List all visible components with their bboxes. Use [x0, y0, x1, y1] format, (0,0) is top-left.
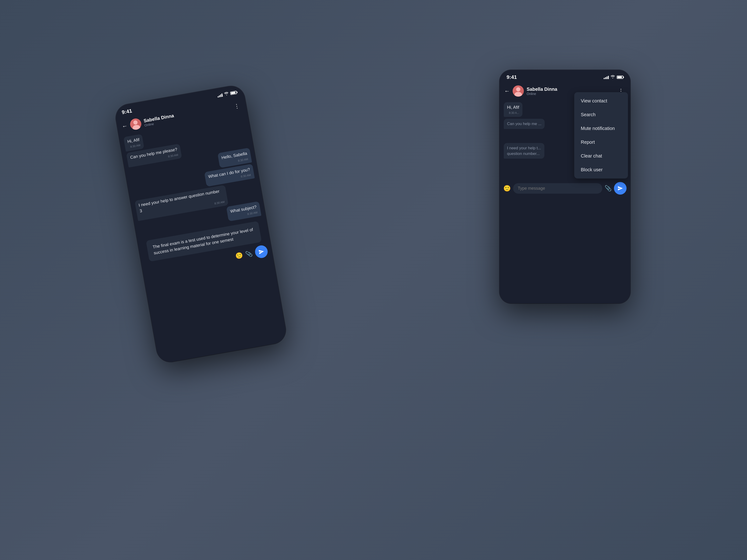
message-bubble-received: Hi, Afif 8:30 AM	[123, 134, 144, 152]
message-time: 8:30 AM	[240, 173, 251, 178]
search-label: Search	[581, 112, 595, 117]
block-user-label: Block user	[581, 167, 602, 172]
phone1-send-button[interactable]	[254, 244, 269, 259]
context-menu-clear-chat[interactable]: Clear chat	[574, 149, 628, 163]
phone1-wifi-icon	[224, 92, 229, 97]
phone2-wrapper: 9:41 ←	[499, 70, 630, 303]
clear-chat-label: Clear chat	[581, 153, 602, 159]
phone2-send-button[interactable]	[614, 182, 626, 195]
phone2-emoji-button[interactable]: 🙂	[503, 185, 511, 192]
phone1-time: 9:41	[121, 108, 133, 115]
phone1-back-button[interactable]: ←	[121, 122, 128, 130]
phone1-avatar	[129, 117, 143, 131]
message-text: I need your help t...question number...	[507, 145, 541, 157]
send-icon	[617, 186, 623, 191]
message-time: 8:30 AM	[168, 153, 179, 158]
phone1-status-icons	[217, 90, 237, 98]
view-contact-label: View contact	[581, 98, 607, 104]
report-label: Report	[581, 139, 595, 145]
phone1-wrapper: 9:41 ←	[114, 84, 288, 364]
phone2-status-icons	[604, 75, 623, 79]
message-time: 8:30 AM	[214, 200, 225, 205]
message-text: Hi, Afif	[507, 105, 519, 110]
phone2-input-area: 🙂 📎	[499, 179, 630, 198]
phone1: 9:41 ←	[114, 84, 288, 364]
message-time: 8:30 AM	[247, 211, 258, 216]
phone2-attach-button[interactable]: 📎	[604, 185, 612, 192]
context-menu-block-user[interactable]: Block user	[574, 163, 628, 177]
phone2: 9:41 ←	[499, 70, 630, 303]
message-text: Hi, Afif	[127, 137, 140, 145]
message-text: Can you help me ...	[507, 121, 541, 127]
phone2-time: 9:41	[507, 74, 517, 80]
message-time: 8:30 AM	[238, 157, 248, 162]
scene: 9:41 ←	[93, 47, 654, 513]
phone2-status-bar: 9:41	[499, 70, 630, 83]
phone2-battery-icon	[617, 76, 623, 79]
phone2-message-input[interactable]	[513, 183, 602, 194]
phone1-attach-button[interactable]: 📎	[245, 250, 253, 258]
phone2-contact-name: Sabella Dinna	[526, 86, 614, 92]
message-time: 8:30 A...	[509, 111, 519, 114]
context-menu-view-contact[interactable]: View contact	[574, 94, 628, 108]
phone1-signal-icon	[217, 93, 223, 98]
context-menu: View contact Search Mute notification Re…	[574, 92, 628, 179]
phone1-battery-icon	[230, 91, 237, 95]
phone2-avatar	[513, 85, 524, 97]
context-menu-search[interactable]: Search	[574, 108, 628, 122]
message-time: 8:30 AM	[130, 143, 141, 149]
send-icon	[258, 248, 265, 255]
phone2-signal-icon	[604, 75, 609, 79]
phone2-wifi-icon	[611, 75, 615, 79]
mute-notification-label: Mute notification	[581, 126, 615, 131]
context-menu-mute-notification[interactable]: Mute notification	[574, 122, 628, 135]
message-bubble-received: Can you help me ...	[504, 119, 545, 129]
phone2-back-button[interactable]: ←	[504, 88, 510, 94]
phone1-menu-button[interactable]: ⋮	[232, 101, 242, 111]
message-bubble-received: Hi, Afif 8:30 A...	[504, 102, 522, 117]
phone1-emoji-button[interactable]: 🙂	[235, 251, 243, 260]
context-menu-report[interactable]: Report	[574, 135, 628, 149]
message-bubble-received: I need your help t...question number...	[504, 143, 544, 159]
